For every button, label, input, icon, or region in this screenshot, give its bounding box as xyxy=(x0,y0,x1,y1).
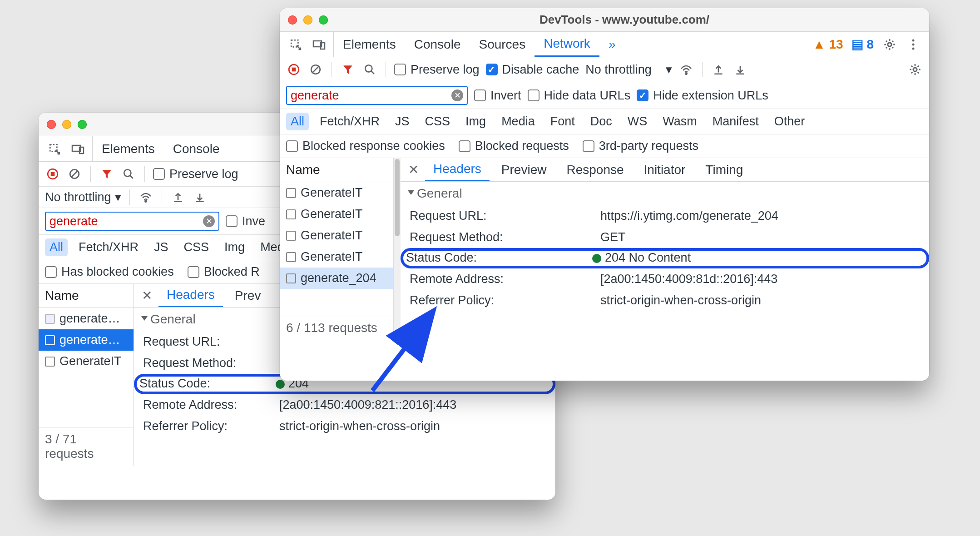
filter-media[interactable]: Media xyxy=(497,113,539,130)
warnings-badge[interactable]: ▲ 13 xyxy=(813,37,843,52)
has-blocked-cookies-checkbox[interactable]: Has blocked cookies xyxy=(45,265,174,279)
filter-manifest[interactable]: Manifest xyxy=(708,113,763,130)
inspect-icon[interactable] xyxy=(288,37,303,52)
clear-icon[interactable] xyxy=(67,166,82,182)
preserve-log-checkbox[interactable]: Preserve log xyxy=(394,63,480,77)
request-url-value: https://i.ytimg.com/generate_204 xyxy=(600,209,920,223)
upload-icon[interactable] xyxy=(170,189,186,205)
tab-preview[interactable]: Prev xyxy=(227,284,269,307)
maximize-window-icon[interactable] xyxy=(319,15,328,25)
name-column-header[interactable]: Name xyxy=(280,158,393,182)
filter-img[interactable]: Img xyxy=(461,113,490,130)
minimize-window-icon[interactable] xyxy=(303,15,312,25)
filter-input-field[interactable] xyxy=(49,214,203,228)
titlebar: DevTools - www.youtube.com/ xyxy=(280,8,929,32)
device-toggle-icon[interactable] xyxy=(312,37,327,52)
tab-initiator[interactable]: Initiator xyxy=(636,158,694,181)
name-column-header[interactable]: Name xyxy=(39,284,134,308)
vertical-scrollbar[interactable] xyxy=(393,158,401,340)
filter-fetch[interactable]: Fetch/XHR xyxy=(74,238,143,256)
upload-icon[interactable] xyxy=(711,62,726,77)
close-window-icon[interactable] xyxy=(47,120,56,129)
tab-network[interactable]: Network xyxy=(535,32,599,57)
request-row[interactable]: GenerateIT xyxy=(280,225,393,246)
disable-cache-checkbox[interactable]: Disable cache xyxy=(486,63,579,77)
tab-headers[interactable]: Headers xyxy=(425,158,490,181)
more-menu-icon[interactable] xyxy=(906,37,921,52)
filter-img[interactable]: Img xyxy=(220,238,249,256)
maximize-window-icon[interactable] xyxy=(78,120,87,129)
tab-preview[interactable]: Preview xyxy=(493,158,555,181)
section-general[interactable]: General xyxy=(401,182,929,205)
search-icon[interactable] xyxy=(362,62,377,77)
filter-other[interactable]: Other xyxy=(770,113,810,130)
messages-badge[interactable]: ▤ 8 xyxy=(851,37,874,52)
filter-ws[interactable]: WS xyxy=(623,113,652,130)
minimize-window-icon[interactable] xyxy=(62,120,71,129)
filter-all[interactable]: All xyxy=(286,113,309,130)
search-icon[interactable] xyxy=(121,166,136,182)
filter-icon[interactable] xyxy=(340,62,356,77)
request-row[interactable]: generate… xyxy=(39,308,134,329)
filter-doc[interactable]: Doc xyxy=(586,113,617,130)
request-row[interactable]: generate… xyxy=(39,329,134,351)
close-details-icon[interactable]: ✕ xyxy=(139,288,155,303)
hide-extension-urls-checkbox[interactable]: Hide extension URLs xyxy=(637,89,768,103)
request-row[interactable]: GenerateIT xyxy=(280,182,393,203)
record-icon[interactable] xyxy=(45,166,60,182)
tab-console[interactable]: Console xyxy=(405,32,470,57)
filter-wasm[interactable]: Wasm xyxy=(658,113,702,130)
filter-css[interactable]: CSS xyxy=(179,238,214,256)
request-row[interactable]: generate_204 xyxy=(280,268,393,289)
blocked-requests-checkbox[interactable]: Blocked R xyxy=(188,265,260,279)
filter-fetch[interactable]: Fetch/XHR xyxy=(315,113,384,130)
filter-icon[interactable] xyxy=(99,166,114,182)
filter-js[interactable]: JS xyxy=(149,238,173,256)
tab-elements[interactable]: Elements xyxy=(93,136,164,161)
clear-filter-icon[interactable]: ✕ xyxy=(203,215,215,227)
tab-response[interactable]: Response xyxy=(558,158,632,181)
network-settings-gear-icon[interactable] xyxy=(907,62,923,77)
tab-headers[interactable]: Headers xyxy=(158,284,223,307)
close-details-icon[interactable]: ✕ xyxy=(405,162,421,177)
request-row[interactable]: GenerateIT xyxy=(280,203,393,225)
settings-gear-icon[interactable] xyxy=(882,37,897,52)
throttling-select[interactable]: No throttling ▾ xyxy=(45,190,121,204)
throttling-select[interactable]: No throttling ▾ xyxy=(585,62,672,77)
more-tabs[interactable]: » xyxy=(599,32,625,57)
preserve-log-checkbox[interactable]: Preserve log xyxy=(153,167,238,181)
inspect-icon[interactable] xyxy=(47,141,62,157)
filter-input-field[interactable] xyxy=(291,89,451,103)
invert-checkbox[interactable]: Inve xyxy=(226,214,265,228)
blocked-cookies-checkbox[interactable]: Blocked response cookies xyxy=(286,139,445,153)
clear-icon[interactable] xyxy=(308,62,323,77)
filter-js[interactable]: JS xyxy=(391,113,414,130)
clear-filter-icon[interactable]: ✕ xyxy=(451,89,463,101)
device-toggle-icon[interactable] xyxy=(70,141,86,157)
request-row[interactable]: GenerateIT xyxy=(39,351,134,372)
wifi-icon[interactable] xyxy=(138,189,153,205)
request-row[interactable]: GenerateIT xyxy=(280,246,393,268)
invert-checkbox[interactable]: Invert xyxy=(474,89,521,103)
record-icon[interactable] xyxy=(286,62,302,77)
wifi-icon[interactable] xyxy=(678,62,694,77)
filter-css[interactable]: CSS xyxy=(421,113,455,130)
tab-console[interactable]: Console xyxy=(164,136,229,161)
download-icon[interactable] xyxy=(192,189,208,205)
request-url-label: Request URL: xyxy=(410,209,600,223)
close-window-icon[interactable] xyxy=(288,15,297,25)
third-party-checkbox[interactable]: 3rd-party requests xyxy=(583,139,698,153)
svg-point-24 xyxy=(913,68,917,71)
blocked-requests-checkbox[interactable]: Blocked requests xyxy=(459,139,569,153)
tab-timing[interactable]: Timing xyxy=(697,158,751,181)
hide-data-urls-checkbox[interactable]: Hide data URLs xyxy=(528,89,631,103)
filter-all[interactable]: All xyxy=(45,238,68,256)
download-icon[interactable] xyxy=(733,62,748,77)
filter-font[interactable]: Font xyxy=(546,113,579,130)
tab-sources[interactable]: Sources xyxy=(470,32,535,57)
file-icon xyxy=(45,314,55,324)
svg-point-13 xyxy=(888,42,891,46)
filter-input[interactable]: ✕ xyxy=(286,86,468,105)
filter-input[interactable]: ✕ xyxy=(45,212,219,231)
tab-elements[interactable]: Elements xyxy=(334,32,405,57)
